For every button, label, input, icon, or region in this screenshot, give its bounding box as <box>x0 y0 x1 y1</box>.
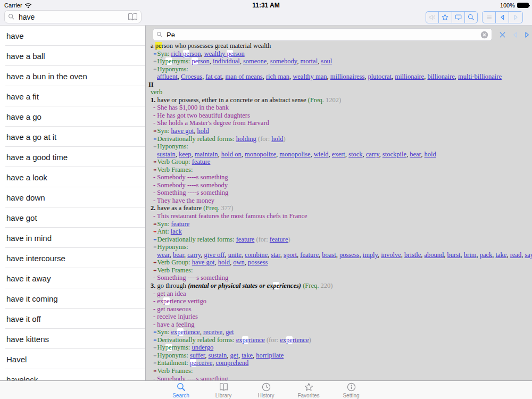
speaker-icon[interactable] <box>426 12 439 23</box>
link[interactable]: involve <box>381 251 401 259</box>
link[interactable]: horripilate <box>256 352 284 359</box>
link[interactable]: pe <box>177 328 184 336</box>
link[interactable]: monopolise <box>279 151 310 158</box>
link[interactable]: hold <box>197 127 209 135</box>
link[interactable]: comprehend <box>216 359 249 367</box>
link[interactable]: keep <box>179 151 192 158</box>
link[interactable]: boast <box>322 251 336 259</box>
sidebar-search-field[interactable] <box>4 10 142 23</box>
link[interactable]: carry <box>187 251 201 259</box>
link[interactable]: fat cat <box>205 73 222 80</box>
link[interactable]: hold <box>271 135 283 143</box>
tab-history[interactable]: History <box>245 381 287 399</box>
link[interactable]: ex <box>280 336 286 344</box>
link[interactable]: bear <box>173 251 184 259</box>
tab-setting[interactable]: Setting <box>330 381 372 399</box>
link[interactable]: have got <box>192 259 215 266</box>
link[interactable]: soul <box>321 57 332 65</box>
tab-library[interactable]: Library <box>202 381 245 399</box>
link[interactable]: receive <box>203 328 222 336</box>
open-book-icon[interactable] <box>128 13 138 21</box>
list-item[interactable]: have a go at it <box>0 127 145 147</box>
link[interactable]: bristle <box>404 251 421 259</box>
link[interactable]: suffer <box>190 352 205 359</box>
link[interactable]: pack <box>480 251 493 259</box>
link[interactable]: individual <box>213 57 240 65</box>
link[interactable]: hold on <box>221 151 242 158</box>
display-icon[interactable] <box>452 12 465 23</box>
link[interactable]: mortal <box>300 57 318 65</box>
link[interactable]: get <box>226 328 234 336</box>
list-item[interactable]: Havel <box>0 349 145 369</box>
link[interactable]: wealthy man <box>293 73 327 80</box>
link[interactable]: monopolize <box>245 151 276 158</box>
list-item[interactable]: have in mind <box>0 228 145 248</box>
link[interactable]: possess <box>248 259 268 266</box>
link[interactable]: ex <box>171 328 178 336</box>
find-next-icon[interactable] <box>521 29 532 40</box>
link[interactable]: pe <box>286 336 293 344</box>
forward-icon[interactable] <box>509 12 522 23</box>
link[interactable]: rience <box>248 336 265 344</box>
link[interactable]: pe <box>190 359 196 367</box>
link[interactable]: hold <box>425 151 436 158</box>
link[interactable]: feature <box>270 236 288 243</box>
close-icon[interactable] <box>497 29 508 40</box>
list-item[interactable]: have down <box>0 187 145 207</box>
list-item[interactable]: have <box>0 26 145 46</box>
link[interactable]: billionaire <box>427 73 454 80</box>
link[interactable]: Croesus <box>181 73 202 80</box>
magnifier-icon[interactable] <box>465 12 477 23</box>
link[interactable]: sustain <box>209 352 227 359</box>
link[interactable]: feature <box>192 158 211 165</box>
list-item[interactable]: have a bun in the oven <box>0 66 145 86</box>
link[interactable]: pe <box>242 336 248 344</box>
link[interactable]: bear <box>410 151 421 158</box>
list-icon[interactable] <box>483 12 496 23</box>
link[interactable]: maintain <box>195 151 218 158</box>
link[interactable]: carry <box>366 151 379 158</box>
find-in-page-field[interactable] <box>153 28 492 41</box>
list-item[interactable]: have it away <box>0 268 145 288</box>
link[interactable]: rson <box>198 57 210 65</box>
link[interactable]: star <box>271 251 280 259</box>
link[interactable]: wield <box>314 151 329 158</box>
link[interactable]: wealthy <box>204 50 227 57</box>
link[interactable]: undergo <box>192 344 213 351</box>
link[interactable]: pe <box>227 50 233 57</box>
link[interactable]: rich <box>171 50 184 57</box>
sidebar-search-input[interactable] <box>18 12 128 22</box>
find-previous-icon[interactable] <box>510 29 521 40</box>
link[interactable]: read <box>510 251 522 259</box>
list-item[interactable]: have kittens <box>0 329 145 349</box>
link[interactable]: pe <box>183 50 189 57</box>
link[interactable]: someone <box>243 57 267 65</box>
link[interactable]: rceive <box>196 359 213 367</box>
link[interactable]: say <box>525 251 532 259</box>
link[interactable]: own <box>233 259 245 266</box>
list-item[interactable]: have it off <box>0 309 145 329</box>
link[interactable]: pe <box>192 57 198 65</box>
list-item[interactable]: have intercourse <box>0 248 145 268</box>
link[interactable]: lack <box>171 228 182 235</box>
link[interactable]: rience <box>184 328 200 336</box>
link[interactable]: man of means <box>226 73 263 80</box>
link[interactable]: possess <box>339 251 360 259</box>
link[interactable]: millionairess <box>330 73 365 80</box>
link[interactable]: rience <box>293 336 309 344</box>
tab-favorites[interactable]: Favorites <box>287 381 330 399</box>
link[interactable]: stockpile <box>383 151 406 158</box>
link[interactable]: have got <box>171 127 194 135</box>
link[interactable]: brim <box>464 251 477 259</box>
link[interactable]: affluent <box>157 73 178 80</box>
link[interactable]: burst <box>447 251 461 259</box>
link[interactable]: combine <box>245 251 268 259</box>
link[interactable]: rson <box>189 50 201 57</box>
list-item[interactable]: have a good time <box>0 147 145 167</box>
link[interactable]: ex <box>236 336 243 344</box>
link[interactable]: take <box>242 352 253 359</box>
list-item[interactable]: have a go <box>0 106 145 127</box>
star-icon[interactable] <box>439 12 452 23</box>
link[interactable]: sustain <box>157 151 176 158</box>
list-item[interactable]: have a fit <box>0 86 145 106</box>
